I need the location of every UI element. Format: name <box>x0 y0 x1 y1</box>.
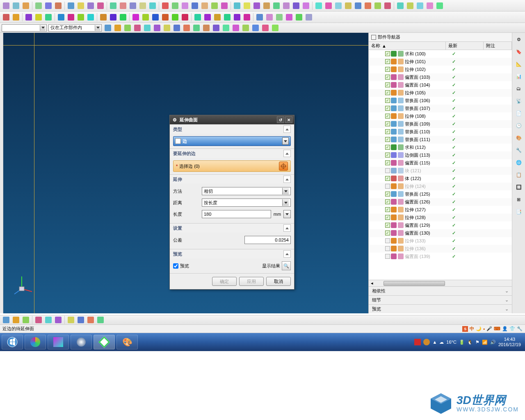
filter-button[interactable] <box>212 23 221 32</box>
toolbar-button[interactable] <box>193 13 202 22</box>
ok-button[interactable]: 确定 <box>212 277 237 286</box>
sidebar-button[interactable]: 📋 <box>514 170 524 180</box>
sidebar-button[interactable]: 🔲 <box>514 182 524 192</box>
toolbar-button[interactable] <box>233 1 242 10</box>
feature-tree-item[interactable]: 求和 (112)✓ <box>369 144 512 151</box>
toolbar-button[interactable] <box>44 13 53 22</box>
feature-checkbox[interactable] <box>385 82 390 87</box>
feature-tree-item[interactable]: 边倒圆 (113)✓ <box>369 151 512 159</box>
feature-checkbox[interactable] <box>385 176 390 181</box>
task-app-3[interactable] <box>71 335 92 349</box>
toolbar-button[interactable] <box>275 13 284 22</box>
toolbar-button[interactable] <box>86 1 95 10</box>
tray-clock[interactable]: 14:432016/12/19 <box>498 337 521 347</box>
filter-button[interactable] <box>202 23 211 32</box>
filter-button[interactable] <box>271 23 280 32</box>
feature-checkbox[interactable] <box>385 199 390 204</box>
toolbar-button[interactable] <box>11 13 21 22</box>
sidebar-button[interactable]: 🔖 <box>514 47 524 57</box>
toolbar-button[interactable] <box>180 13 189 22</box>
feature-tree-item[interactable]: 拉伸 (133)✓ <box>369 237 512 245</box>
feature-tree-item[interactable]: 偏置面 (129)✓ <box>369 221 512 229</box>
feature-tree-item[interactable]: 偏置面 (130)✓ <box>369 229 512 237</box>
filter-button[interactable] <box>162 23 171 32</box>
toolbar-button[interactable] <box>171 13 180 22</box>
toolbar-button[interactable] <box>383 1 392 10</box>
toolbar-button[interactable] <box>57 13 66 22</box>
tolerance-input[interactable] <box>244 236 291 244</box>
filter-button[interactable] <box>123 23 132 32</box>
sidebar-button[interactable]: 🔧 <box>514 145 524 155</box>
filter-button[interactable] <box>182 23 191 32</box>
start-button[interactable] <box>2 335 23 349</box>
bottom-toolbar-button[interactable] <box>76 315 85 324</box>
toolbar-button[interactable] <box>54 1 63 10</box>
toolbar-button[interactable] <box>285 13 294 22</box>
filter-button[interactable] <box>261 23 270 32</box>
sidebar-button[interactable]: 🗂 <box>514 84 524 94</box>
sidebar-button[interactable]: 📑 <box>514 207 524 217</box>
filter-button[interactable] <box>153 23 162 32</box>
feature-tree-item[interactable]: 偏置面 (103)✓ <box>369 73 512 81</box>
toolbar-button[interactable] <box>435 1 444 10</box>
section-type-toggle[interactable] <box>283 126 291 133</box>
filter-scope-combo[interactable]: 仅在工作部件内 <box>48 24 102 32</box>
toolbar-button[interactable] <box>272 1 281 10</box>
feature-checkbox[interactable] <box>385 223 390 228</box>
toolbar-button[interactable] <box>200 1 209 10</box>
toolbar-button[interactable] <box>425 1 434 10</box>
bottom-toolbar-button[interactable] <box>54 315 63 324</box>
toolbar-button[interactable] <box>148 1 157 10</box>
system-tray[interactable]: ▲ ☁ 16°C 🔋🐧⚑📶🔊 14:432016/12/19 <box>414 337 523 347</box>
distance-select[interactable]: 按长度 <box>202 199 291 207</box>
feature-tree-item[interactable]: 替换面 (111)✓ <box>369 136 512 144</box>
feature-tree-item[interactable]: 体 (122)✓ <box>369 175 512 183</box>
toolbar-button[interactable] <box>66 13 75 22</box>
feature-checkbox[interactable] <box>385 137 390 142</box>
sidebar-button[interactable]: 🕒 <box>514 121 524 130</box>
toolbar-button[interactable] <box>314 1 323 10</box>
view-triad[interactable] <box>14 274 34 295</box>
filter-button[interactable] <box>113 23 122 32</box>
bottom-toolbar-button[interactable] <box>34 315 43 324</box>
feature-tree-item[interactable]: 求和 (100)✓ <box>369 50 512 58</box>
sidebar-button[interactable]: 🌐 <box>514 158 524 167</box>
toolbar-button[interactable] <box>220 1 229 10</box>
toolbar-button[interactable] <box>203 13 212 22</box>
toolbar-button[interactable] <box>21 1 30 10</box>
toolbar-button[interactable] <box>161 13 170 22</box>
toolbar-button[interactable] <box>24 13 33 22</box>
toolbar-button[interactable] <box>119 13 128 22</box>
sidebar-button[interactable]: 📄 <box>514 108 524 118</box>
toolbar-button[interactable] <box>76 13 85 22</box>
sub-panel-dependency[interactable]: 相依性⌄ <box>369 286 512 295</box>
toolbar-button[interactable] <box>223 13 232 22</box>
apply-button[interactable]: 应用 <box>239 277 264 286</box>
feature-tree[interactable]: 求和 (100)✓拉伸 (101)✓拉伸 (102)✓偏置面 (103)✓偏置面… <box>369 50 512 280</box>
feature-tree-item[interactable]: 替换面 (106)✓ <box>369 97 512 105</box>
toolbar-button[interactable] <box>131 13 140 22</box>
toolbar-button[interactable] <box>161 1 170 10</box>
toolbar-button[interactable] <box>334 1 343 10</box>
filter-button[interactable] <box>241 23 250 32</box>
select-edge-row[interactable]: *选择边 (0) <box>173 160 291 172</box>
toolbar-button[interactable] <box>363 1 372 10</box>
sidebar-button[interactable]: 📐 <box>514 59 524 69</box>
filter-button[interactable] <box>103 23 112 32</box>
toolbar-button[interactable] <box>213 13 222 22</box>
filter-button[interactable] <box>133 23 142 32</box>
feature-checkbox[interactable] <box>385 207 390 212</box>
feature-checkbox[interactable] <box>385 121 390 126</box>
feature-checkbox[interactable] <box>385 160 390 165</box>
toolbar-button[interactable] <box>373 1 382 10</box>
show-result-button[interactable]: 🔍 <box>282 261 291 270</box>
feature-checkbox[interactable] <box>385 59 390 64</box>
feature-checkbox[interactable] <box>385 106 390 111</box>
method-select[interactable]: 相切 <box>202 187 291 195</box>
feature-tree-item[interactable]: 替换面 (125)✓ <box>369 190 512 198</box>
feature-tree-item[interactable]: 块 (121)✓ <box>369 167 512 175</box>
feature-tree-item[interactable]: 替换面 (110)✓ <box>369 128 512 136</box>
task-app-1[interactable] <box>25 335 46 349</box>
feature-checkbox[interactable] <box>385 246 390 251</box>
toolbar-button[interactable] <box>141 13 150 22</box>
